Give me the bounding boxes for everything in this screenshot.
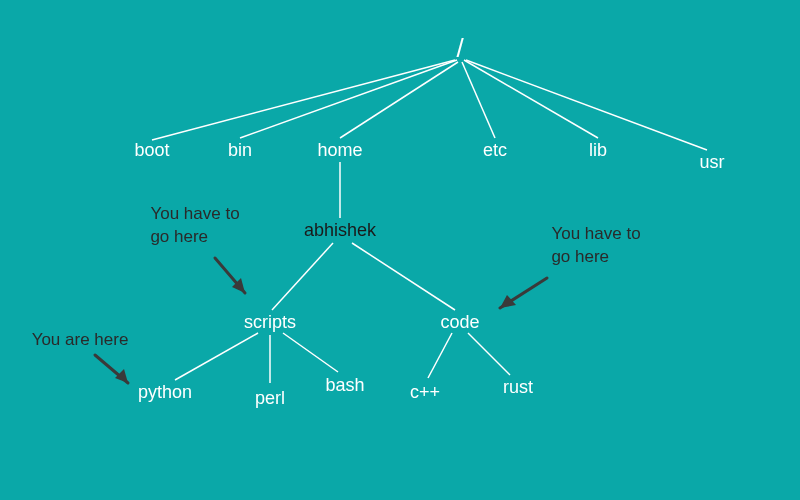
annotation-go-here-1: You have togo here [150, 203, 239, 249]
node-usr: usr [699, 152, 724, 173]
svg-line-7 [272, 243, 333, 310]
svg-marker-15 [232, 278, 245, 293]
svg-line-3 [462, 62, 495, 138]
svg-line-8 [352, 243, 455, 310]
svg-line-2 [340, 62, 458, 138]
node-python: python [138, 382, 192, 403]
node-bash: bash [325, 375, 364, 396]
svg-line-18 [95, 355, 128, 383]
svg-line-1 [240, 60, 457, 138]
svg-line-13 [468, 333, 510, 375]
svg-line-11 [283, 333, 338, 372]
node-home: home [317, 140, 362, 161]
svg-line-9 [175, 333, 258, 380]
svg-line-12 [428, 333, 452, 378]
node-perl: perl [255, 388, 285, 409]
node-rust: rust [503, 377, 533, 398]
svg-marker-19 [115, 369, 128, 383]
node-abhishek: abhishek [304, 220, 376, 241]
node-etc: etc [483, 140, 507, 161]
node-cpp: c++ [410, 382, 440, 403]
node-scripts: scripts [244, 312, 296, 333]
node-bin: bin [228, 140, 252, 161]
svg-line-0 [152, 60, 455, 140]
svg-marker-17 [500, 295, 516, 308]
node-boot: boot [134, 140, 169, 161]
svg-line-4 [464, 60, 598, 138]
svg-line-16 [500, 278, 547, 308]
node-root: / [456, 33, 463, 64]
diagram-edges [0, 0, 800, 500]
svg-line-5 [466, 60, 707, 150]
annotation-go-here-2: You have togo here [551, 223, 640, 269]
svg-line-14 [215, 258, 245, 293]
node-lib: lib [589, 140, 607, 161]
annotation-you-are-here: You are here [32, 329, 129, 352]
node-code: code [440, 312, 479, 333]
